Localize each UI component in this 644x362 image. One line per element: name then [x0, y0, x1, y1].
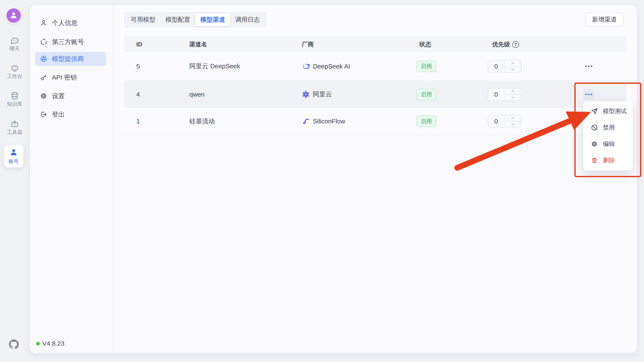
database-icon: [10, 91, 19, 100]
menu-item-label: 删除: [603, 156, 615, 165]
vendor-icon-deepseek: [302, 62, 310, 70]
chat-icon: [10, 36, 19, 45]
cell-actions: [577, 89, 626, 100]
cell-priority: 0: [488, 88, 577, 101]
account-sidebar: 个人信息 第三方账号 模型提供商 API 密钥: [30, 5, 113, 353]
stepper-buttons: [504, 60, 521, 72]
menu-item-label: 禁用: [603, 124, 615, 132]
ban-icon: [591, 124, 598, 131]
cell-status: 启用: [416, 116, 488, 127]
menu-item-edit[interactable]: 编辑: [583, 136, 633, 152]
header-name: 渠道名: [189, 40, 302, 48]
status-badge-enabled: 启用: [416, 61, 436, 72]
vendor-icon-siliconflow: [302, 117, 310, 125]
header-status: 状态: [416, 40, 488, 48]
tab-label: 可用模型: [131, 15, 156, 24]
avatar-user-icon: [9, 10, 18, 21]
app-screen: 聊天 工作台 知识库 工具箱 账号: [0, 0, 644, 362]
tab-call-logs[interactable]: 调用日志: [230, 14, 265, 26]
sidebar-item-profile[interactable]: 个人信息: [35, 16, 106, 30]
header-priority-label: 优先级: [492, 40, 510, 48]
sidebar-item-model-providers[interactable]: 模型提供商: [35, 52, 106, 66]
cell-status: 启用: [416, 89, 488, 100]
cell-vendor: DeepSeek AI: [302, 62, 416, 70]
header-id: ID: [124, 41, 189, 48]
rail-item-chat[interactable]: 聊天: [0, 36, 30, 51]
rail-item-knowledge[interactable]: 知识库: [0, 91, 30, 107]
sidebar-item-label: 设置: [52, 92, 65, 100]
share-network-icon: [40, 38, 47, 45]
priority-stepper[interactable]: 0: [488, 88, 522, 101]
stepper-down-icon[interactable]: [504, 121, 521, 127]
stepper-up-icon[interactable]: [504, 115, 521, 121]
menu-item-label: 编辑: [603, 140, 615, 148]
gear-icon: [591, 141, 598, 147]
cell-status: 启用: [416, 61, 488, 72]
stepper-down-icon[interactable]: [504, 67, 521, 72]
row-actions-ellipsis-icon-active[interactable]: [583, 89, 594, 100]
sidebar-item-logout[interactable]: 登出: [35, 107, 106, 121]
tab-model-channels[interactable]: 模型渠道: [195, 14, 230, 26]
cell-id: 5: [124, 63, 189, 70]
row-context-menu: 模型测试 禁用 编辑 删除: [583, 101, 633, 171]
cell-id: 4: [124, 91, 189, 98]
tab-label: 模型配置: [166, 15, 190, 24]
tab-label: 模型渠道: [200, 15, 225, 24]
status-badge-enabled: 启用: [416, 116, 436, 127]
cell-id: 1: [124, 118, 189, 125]
cell-actions: [577, 61, 626, 72]
stepper-up-icon[interactable]: [504, 60, 521, 67]
channels-table: ID 渠道名 厂商 状态 优先级 ? 5 阿里云 DeepSeek Dee: [124, 37, 626, 135]
account-user-icon: [9, 147, 18, 157]
priority-stepper[interactable]: 0: [488, 60, 522, 73]
send-icon: [591, 108, 598, 115]
version-indicator: V4.8.23: [36, 340, 64, 347]
tab-available-models[interactable]: 可用模型: [126, 14, 160, 26]
rail-item-toolbox[interactable]: 工具箱: [0, 120, 30, 135]
menu-item-delete[interactable]: 删除: [583, 152, 633, 169]
sidebar-item-api-keys[interactable]: API 密钥: [35, 70, 106, 84]
rail-item-label: 工具箱: [7, 130, 22, 135]
sidebar-item-label: API 密钥: [52, 73, 77, 82]
menu-item-model-test[interactable]: 模型测试: [583, 103, 633, 119]
briefcase-icon: [10, 120, 19, 129]
trash-icon: [591, 157, 598, 164]
rail-item-label: 知识库: [7, 101, 22, 107]
sidebar-item-label: 第三方账号: [52, 38, 84, 46]
priority-value: 0: [488, 88, 504, 100]
github-icon[interactable]: [9, 340, 19, 349]
priority-help-icon[interactable]: ?: [512, 41, 519, 48]
status-badge-enabled: 启用: [416, 89, 436, 100]
sidebar-item-thirdparty[interactable]: 第三方账号: [35, 35, 106, 49]
rail-item-workbench[interactable]: 工作台: [0, 64, 30, 79]
stepper-buttons: [504, 88, 521, 100]
main-card: 个人信息 第三方账号 模型提供商 API 密钥: [30, 5, 637, 354]
priority-stepper[interactable]: 0: [488, 115, 522, 128]
sidebar-item-label: 模型提供商: [52, 55, 84, 63]
header-vendor: 厂商: [302, 40, 416, 48]
vendor-name: 阿里云: [313, 90, 332, 99]
stepper-down-icon[interactable]: [504, 95, 521, 100]
user-avatar[interactable]: [6, 7, 22, 24]
vendor-name: SiliconFlow: [313, 118, 345, 125]
gear-icon: [40, 92, 47, 100]
cell-priority: 0: [488, 115, 577, 128]
cell-vendor: SiliconFlow: [302, 117, 416, 125]
key-icon: [40, 74, 47, 81]
stepper-up-icon[interactable]: [504, 88, 521, 95]
priority-value: 0: [488, 115, 504, 127]
logout-icon: [40, 111, 47, 118]
cell-priority: 0: [488, 60, 577, 73]
tab-label: 调用日志: [235, 15, 260, 24]
row-actions-ellipsis-icon[interactable]: [583, 61, 594, 72]
tab-model-config[interactable]: 模型配置: [160, 14, 196, 26]
sidebar-item-settings[interactable]: 设置: [35, 89, 106, 103]
add-channel-label: 新增渠道: [592, 15, 617, 24]
table-row: 5 阿里云 DeepSeek DeepSeek AI 启用 0: [124, 52, 626, 81]
model-tabs: 可用模型 模型配置 模型渠道 调用日志: [124, 12, 266, 27]
rail-item-account[interactable]: 账号: [4, 145, 24, 167]
add-channel-button[interactable]: 新增渠道: [586, 13, 623, 26]
left-rail: 聊天 工作台 知识库 工具箱 账号: [0, 0, 30, 362]
menu-item-disable[interactable]: 禁用: [583, 119, 633, 136]
version-status-dot: [36, 342, 40, 346]
